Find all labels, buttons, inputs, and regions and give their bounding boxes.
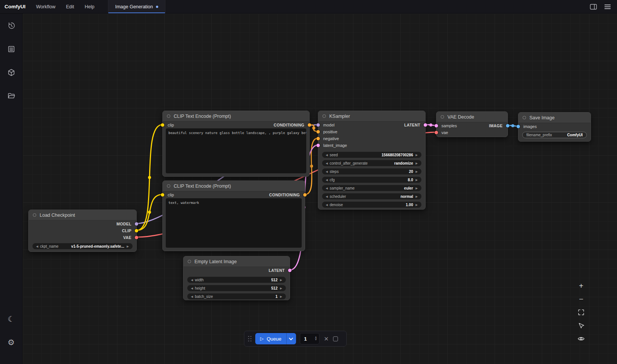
increment-arrow-icon[interactable]: ▶: [415, 195, 419, 198]
output-port-image[interactable]: [506, 124, 509, 128]
decrement-arrow-icon[interactable]: ◀: [325, 153, 329, 157]
decrement-arrow-icon[interactable]: ◀: [325, 170, 329, 173]
output-port-conditioning[interactable]: [303, 193, 307, 197]
sidebar-item-model-library[interactable]: [5, 66, 18, 79]
increment-arrow-icon[interactable]: ▶: [415, 162, 419, 165]
node-vae-decode[interactable]: VAE Decode samples IMAGE vae: [436, 111, 508, 137]
toggle-links-button[interactable]: [575, 333, 588, 344]
increment-arrow-icon[interactable]: ▶: [415, 170, 419, 173]
node-ksampler[interactable]: KSampler model LATENT positive negative …: [318, 111, 426, 210]
widget-height[interactable]: ◀ height 512 ▶: [187, 285, 286, 291]
widget-scheduler[interactable]: ◀ scheduler normal ▶: [322, 193, 421, 199]
node-header[interactable]: Load Checkpoint: [29, 210, 136, 221]
input-port-clip[interactable]: [161, 123, 164, 127]
decrement-arrow-icon[interactable]: ◀: [35, 245, 39, 248]
decrement-arrow-icon[interactable]: ◀: [325, 187, 329, 190]
panel-toggle-button[interactable]: [589, 3, 597, 11]
play-icon: ▷: [260, 336, 264, 341]
decrement-arrow-icon[interactable]: ◀: [190, 287, 194, 290]
node-header[interactable]: CLIP Text Encode (Prompt): [163, 111, 309, 122]
widget-cfg[interactable]: ◀ cfg 8.0 ▶: [322, 177, 421, 183]
widget-denoise[interactable]: ◀ denoise 1.00 ▶: [322, 202, 421, 208]
widget-steps[interactable]: ◀ steps 20 ▶: [322, 168, 421, 174]
decrement-arrow-icon[interactable]: ◀: [325, 203, 329, 207]
node-header[interactable]: Empty Latent Image: [184, 256, 290, 267]
widget-batch-size[interactable]: ◀ batch_size 1 ▶: [187, 293, 286, 299]
widget-control-after-generate[interactable]: ◀ control_after_generate randomize ▶: [322, 160, 421, 166]
decrement-arrow-icon[interactable]: ◀: [190, 278, 194, 282]
widget-value: 512: [271, 278, 278, 282]
output-port-latent[interactable]: [288, 269, 292, 272]
collapse-dot-icon[interactable]: [188, 260, 191, 263]
collapse-dot-icon[interactable]: [167, 114, 170, 118]
stop-button[interactable]: [333, 336, 338, 341]
widget-sampler-name[interactable]: ◀ sampler_name euler ▶: [322, 185, 421, 191]
zoom-out-button[interactable]: −: [575, 293, 588, 305]
node-save-image[interactable]: Save Image images filename_prefix ComfyU…: [518, 112, 591, 142]
decrement-arrow-icon[interactable]: ◀: [325, 195, 329, 198]
increment-arrow-icon[interactable]: ▶: [126, 245, 130, 248]
input-port-positive[interactable]: [316, 130, 320, 134]
node-header[interactable]: KSampler: [318, 111, 425, 122]
collapse-dot-icon[interactable]: [322, 114, 326, 118]
increment-arrow-icon[interactable]: ▶: [279, 295, 283, 298]
increment-arrow-icon[interactable]: ▶: [279, 287, 283, 290]
sidebar-item-history[interactable]: [5, 19, 18, 32]
output-port-model[interactable]: [135, 222, 138, 226]
decrement-arrow-icon[interactable]: ◀: [325, 162, 329, 165]
input-port-samples[interactable]: [435, 124, 438, 128]
clear-queue-button[interactable]: ×: [323, 335, 329, 342]
spin-down-icon[interactable]: ∨: [315, 339, 317, 341]
increment-arrow-icon[interactable]: ▶: [415, 178, 419, 182]
increment-arrow-icon[interactable]: ▶: [415, 187, 419, 190]
input-port-images[interactable]: [517, 125, 520, 128]
queue-button[interactable]: ▷ Queue: [255, 333, 286, 344]
widget-ckpt-name[interactable]: ◀ ckpt_name v1-5-pruned-emaonly.safete..…: [32, 243, 133, 249]
collapse-dot-icon[interactable]: [523, 116, 526, 119]
collapse-dot-icon[interactable]: [441, 115, 444, 119]
output-port-latent[interactable]: [424, 123, 427, 127]
sidebar-item-queue[interactable]: [5, 42, 18, 56]
input-port-vae[interactable]: [435, 131, 438, 134]
collapse-dot-icon[interactable]: [33, 213, 36, 217]
settings-button[interactable]: ⚙: [5, 335, 18, 349]
menu-workflow[interactable]: Workflow: [31, 0, 61, 13]
decrement-arrow-icon[interactable]: ◀: [325, 178, 329, 182]
tab-image-generation[interactable]: Image Generation: [108, 0, 165, 13]
main-menu-button[interactable]: [603, 3, 612, 11]
sidebar-item-workflows[interactable]: [5, 89, 18, 103]
menu-help[interactable]: Help: [79, 0, 100, 13]
fit-view-button[interactable]: [575, 307, 588, 318]
node-clip-text-encode-positive[interactable]: CLIP Text Encode (Prompt) clip CONDITION…: [162, 111, 310, 177]
drag-handle-icon[interactable]: [248, 336, 251, 342]
output-port-conditioning[interactable]: [308, 123, 311, 127]
node-header[interactable]: VAE Decode: [437, 112, 507, 122]
node-header[interactable]: CLIP Text Encode (Prompt): [163, 181, 305, 191]
zoom-in-button[interactable]: +: [575, 280, 588, 292]
widget-seed[interactable]: ◀ seed 156680208700286 ▶: [322, 152, 421, 158]
output-port-vae[interactable]: [135, 236, 138, 239]
increment-arrow-icon[interactable]: ▶: [279, 278, 283, 282]
prompt-textarea[interactable]: beautiful scenery nature glass bottle la…: [166, 128, 306, 173]
theme-toggle-button[interactable]: ☾: [5, 312, 18, 325]
batch-count-stepper[interactable]: 1 ∧ ∨: [300, 333, 319, 344]
input-port-negative[interactable]: [316, 137, 320, 140]
input-port-model[interactable]: [316, 123, 320, 127]
queue-options-button[interactable]: [286, 333, 296, 344]
increment-arrow-icon[interactable]: ▶: [415, 203, 419, 207]
select-mode-button[interactable]: [575, 320, 588, 331]
node-clip-text-encode-negative[interactable]: CLIP Text Encode (Prompt) clip CONDITION…: [162, 180, 305, 251]
node-load-checkpoint[interactable]: Load Checkpoint MODEL CLIP VAE ◀ ckpt_na…: [28, 210, 137, 252]
widget-filename-prefix[interactable]: filename_prefix ComfyUI: [522, 132, 587, 138]
increment-arrow-icon[interactable]: ▶: [415, 153, 419, 157]
input-port-latent-image[interactable]: [316, 144, 320, 147]
node-empty-latent-image[interactable]: Empty Latent Image LATENT ◀ width 512 ▶ …: [183, 256, 290, 300]
input-port-clip[interactable]: [161, 193, 164, 197]
collapse-dot-icon[interactable]: [167, 184, 170, 188]
decrement-arrow-icon[interactable]: ◀: [190, 295, 194, 298]
prompt-textarea[interactable]: text, watermark: [166, 198, 302, 248]
node-header[interactable]: Save Image: [518, 113, 591, 123]
widget-width[interactable]: ◀ width 512 ▶: [187, 277, 286, 283]
output-port-clip[interactable]: [135, 229, 138, 233]
menu-edit[interactable]: Edit: [61, 0, 80, 13]
